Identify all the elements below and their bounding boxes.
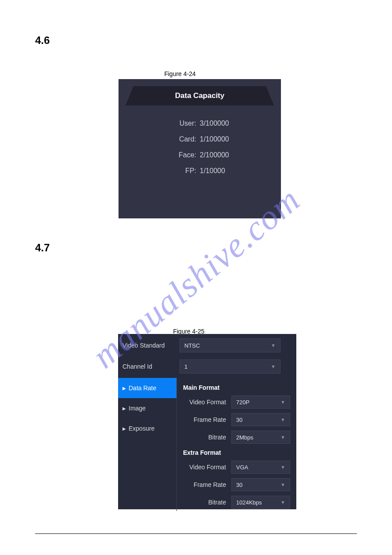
- data-capacity-value: 3/100000: [200, 120, 252, 127]
- data-capacity-row-user: User: 3/100000: [119, 120, 281, 127]
- extra-video-format-label: Video Format: [183, 464, 231, 471]
- chevron-down-icon: ▼: [281, 482, 285, 487]
- chevron-down-icon: ▼: [281, 435, 285, 440]
- main-video-format-select[interactable]: 720P ▼: [231, 395, 290, 409]
- main-bitrate-value: 2Mbps: [236, 434, 253, 441]
- data-capacity-value: 2/100000: [200, 151, 252, 159]
- data-capacity-row-face: Face: 2/100000: [119, 151, 281, 159]
- data-capacity-rows: User: 3/100000 Card: 1/100000 Face: 2/10…: [119, 120, 281, 183]
- main-video-format-row: Video Format 720P ▼: [183, 395, 290, 409]
- chevron-down-icon: ▼: [271, 364, 276, 369]
- figure-caption-4-24: Figure 4-24: [154, 70, 206, 77]
- main-video-format-value: 720P: [236, 399, 249, 406]
- chevron-down-icon: ▼: [271, 343, 276, 348]
- footer-divider: [35, 533, 357, 534]
- extra-video-format-value: VGA: [236, 464, 248, 471]
- main-format-title: Main Format: [183, 384, 290, 391]
- data-capacity-label: Face:: [147, 151, 200, 159]
- data-capacity-value: 1/100000: [200, 135, 252, 143]
- data-capacity-label: FP:: [147, 167, 200, 175]
- chevron-down-icon: ▼: [281, 500, 285, 505]
- data-capacity-tab: Data Capacity: [133, 86, 266, 105]
- main-frame-rate-value: 30: [236, 417, 242, 423]
- extra-video-format-row: Video Format VGA ▼: [183, 461, 290, 474]
- section-heading-4-7: 4.7: [35, 242, 50, 254]
- data-capacity-label: Card:: [147, 135, 200, 143]
- main-video-format-label: Video Format: [183, 399, 231, 406]
- data-capacity-panel: Data Capacity User: 3/100000 Card: 1/100…: [119, 79, 281, 218]
- video-standard-row: Video Standard NTSC ▼: [118, 336, 296, 355]
- extra-bitrate-value: 1024Kbps: [236, 499, 262, 506]
- data-capacity-row-fp: FP: 1/10000: [119, 167, 281, 175]
- main-frame-rate-label: Frame Rate: [183, 416, 231, 423]
- channel-id-select[interactable]: 1 ▼: [180, 359, 281, 374]
- video-settings-body: ▶ Data Rate ▶ Image ▶ Exposure Main Form…: [118, 378, 296, 511]
- sidebar-item-image[interactable]: ▶ Image: [118, 398, 176, 418]
- main-bitrate-row: Bitrate 2Mbps ▼: [183, 431, 290, 444]
- sidebar-item-exposure[interactable]: ▶ Exposure: [118, 418, 176, 439]
- data-capacity-label: User:: [147, 120, 200, 127]
- channel-id-label: Channel Id: [122, 363, 180, 370]
- chevron-down-icon: ▼: [281, 417, 285, 422]
- chevron-down-icon: ▼: [281, 464, 285, 470]
- extra-frame-rate-select[interactable]: 30 ▼: [231, 478, 290, 491]
- sidebar-item-label: Image: [129, 405, 146, 412]
- extra-format-title: Extra Format: [183, 449, 290, 456]
- triangle-right-icon: ▶: [122, 386, 126, 391]
- extra-frame-rate-row: Frame Rate 30 ▼: [183, 478, 290, 491]
- extra-bitrate-select[interactable]: 1024Kbps ▼: [231, 496, 290, 509]
- main-frame-rate-row: Frame Rate 30 ▼: [183, 413, 290, 426]
- triangle-right-icon: ▶: [122, 406, 126, 411]
- sidebar-item-data-rate[interactable]: ▶ Data Rate: [118, 378, 176, 398]
- video-settings-sidebar: ▶ Data Rate ▶ Image ▶ Exposure: [118, 378, 177, 511]
- extra-video-format-select[interactable]: VGA ▼: [231, 461, 290, 474]
- chevron-down-icon: ▼: [281, 399, 285, 405]
- section-heading-4-6: 4.6: [35, 34, 50, 47]
- main-bitrate-select[interactable]: 2Mbps ▼: [231, 431, 290, 444]
- data-capacity-row-card: Card: 1/100000: [119, 135, 281, 143]
- main-bitrate-label: Bitrate: [183, 434, 231, 441]
- video-standard-value: NTSC: [184, 342, 200, 349]
- triangle-right-icon: ▶: [122, 426, 126, 431]
- data-capacity-value: 1/10000: [200, 167, 252, 175]
- channel-id-row: Channel Id 1 ▼: [118, 357, 296, 376]
- extra-frame-rate-label: Frame Rate: [183, 481, 231, 488]
- video-standard-select[interactable]: NTSC ▼: [180, 338, 281, 352]
- data-capacity-title: Data Capacity: [175, 91, 224, 100]
- sidebar-item-label: Data Rate: [129, 385, 156, 392]
- video-standard-label: Video Standard: [122, 342, 180, 349]
- extra-bitrate-label: Bitrate: [183, 499, 231, 506]
- channel-id-value: 1: [184, 363, 187, 370]
- extra-frame-rate-value: 30: [236, 482, 242, 488]
- sidebar-item-label: Exposure: [129, 425, 155, 432]
- video-settings-main: Main Format Video Format 720P ▼ Frame Ra…: [177, 378, 296, 511]
- main-frame-rate-select[interactable]: 30 ▼: [231, 413, 290, 426]
- extra-bitrate-row: Bitrate 1024Kbps ▼: [183, 496, 290, 509]
- video-settings-panel: Video Standard NTSC ▼ Channel Id 1 ▼ ▶ D…: [118, 334, 296, 509]
